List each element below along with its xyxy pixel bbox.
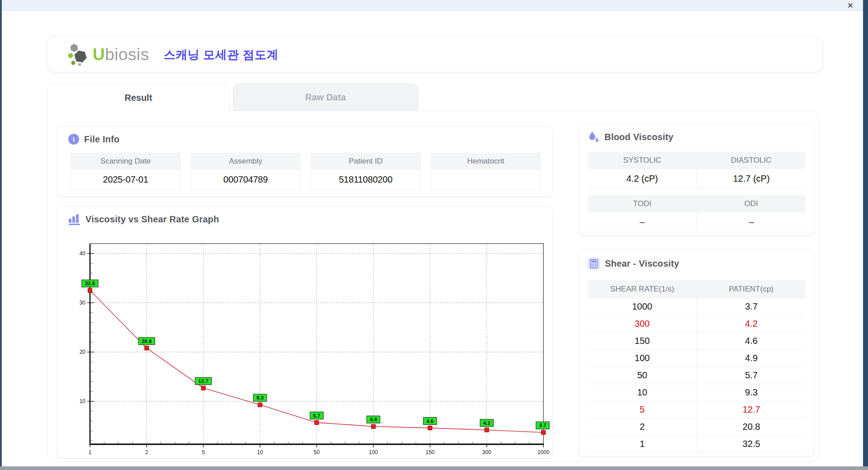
file-info-field: Hematocrit — [431, 153, 541, 190]
table-row: 1004.9 — [588, 350, 806, 367]
bv-label: DIASTOLIC — [697, 152, 806, 169]
field-label: Hematocrit — [431, 153, 541, 170]
app-header: Ubiosis 스캐닝 모세관 점도계 — [47, 36, 823, 72]
shear-rate-cell: 1000 — [588, 298, 697, 315]
bv-label: SYSTOLIC — [588, 152, 697, 169]
bv-value-row: 4.2 (cP)12.7 (cP) — [588, 169, 806, 189]
window-right-edge — [863, 0, 868, 470]
bv-value: 4.2 (cP) — [588, 169, 697, 188]
shear-rate-cell: 1 — [588, 436, 697, 452]
field-value — [431, 170, 541, 190]
patient-cell: 4.2 — [697, 315, 806, 332]
svg-text:12.7: 12.7 — [198, 378, 208, 384]
svg-text:10: 10 — [257, 449, 263, 456]
info-icon: i — [68, 134, 79, 145]
svg-text:1000: 1000 — [538, 449, 550, 456]
patient-cell: 4.6 — [697, 333, 806, 349]
tab-result-label: Result — [124, 93, 152, 103]
shear-viscosity-header: Shear - Viscosity — [588, 258, 679, 270]
table-row: 512.7 — [588, 401, 806, 418]
table-row: 220.8 — [588, 418, 806, 436]
viscosity-graph-card: Viscosity vs Shear Rate Graph 1020304012… — [57, 206, 553, 458]
water-drops-icon — [588, 131, 599, 143]
shear-rate-cell: 100 — [588, 350, 697, 367]
field-label: Assembly — [191, 153, 301, 170]
shear-rate-cell: 5 — [588, 401, 697, 418]
file-info-card: i File Info Scanning Date2025-07-01Assem… — [57, 126, 553, 197]
blood-viscosity-header: Blood Viscosity — [588, 131, 674, 143]
svg-text:300: 300 — [482, 449, 491, 456]
blood-viscosity-table: SYSTOLICDIASTOLIC4.2 (cP)12.7 (cP)TODIOD… — [588, 152, 806, 232]
svg-text:100: 100 — [369, 449, 378, 456]
svg-text:5: 5 — [202, 449, 205, 456]
graph-title: Viscosity vs Shear Rate Graph — [85, 214, 219, 225]
window-titlebar: ✕ — [0, 0, 868, 11]
page-title: 스캐닝 모세관 점도계 — [164, 37, 278, 73]
svg-text:150: 150 — [425, 449, 434, 456]
patient-cell: 20.8 — [697, 418, 806, 435]
brand-wordmark: Ubiosis — [93, 45, 149, 64]
shear-rate-cell: 150 — [588, 333, 697, 349]
patient-cell: 32.5 — [697, 436, 806, 452]
file-info-header: i File Info — [68, 134, 119, 145]
shear-rate-column-header: SHEAR RATE(1/s) — [588, 280, 697, 298]
svg-text:10: 10 — [80, 398, 86, 404]
shear-rate-cell: 10 — [588, 384, 697, 401]
shear-viscosity-card: Shear - Viscosity SHEAR RATE(1/s) PATIEN… — [578, 249, 814, 457]
svg-text:3.7: 3.7 — [539, 423, 546, 428]
close-icon[interactable]: ✕ — [847, 1, 854, 10]
svg-text:4.6: 4.6 — [426, 418, 434, 424]
bv-value: 12.7 (cP) — [697, 169, 806, 188]
spacer — [588, 189, 806, 195]
bv-label: TODI — [588, 195, 697, 212]
shear-rate-cell: 2 — [588, 418, 697, 435]
bv-header-row: TODIODI — [588, 195, 806, 212]
shear-viscosity-title: Shear - Viscosity — [605, 258, 679, 269]
svg-text:9.3: 9.3 — [256, 395, 264, 400]
bar-chart-icon — [68, 214, 80, 225]
table-row: 3004.2 — [588, 315, 806, 333]
svg-text:4.9: 4.9 — [370, 417, 377, 422]
field-value: 2025-07-01 — [71, 170, 181, 190]
brand-u: U — [93, 45, 105, 64]
svg-text:50: 50 — [314, 449, 320, 456]
hexagon-logo-icon — [67, 42, 90, 67]
calculator-icon — [588, 258, 600, 270]
blood-viscosity-title: Blood Viscosity — [604, 132, 674, 142]
bv-value: – — [588, 212, 697, 232]
file-info-field: Scanning Date2025-07-01 — [71, 153, 181, 190]
table-row: 132.5 — [588, 436, 806, 453]
field-value: 000704789 — [191, 170, 301, 190]
file-info-field: Assembly000704789 — [191, 153, 301, 190]
brand-rest: biosis — [105, 45, 149, 64]
blood-viscosity-card: Blood Viscosity SYSTOLICDIASTOLIC4.2 (cP… — [578, 123, 814, 235]
bv-label: ODI — [697, 195, 806, 212]
field-value: 51811080200 — [311, 170, 421, 190]
patient-cell: 12.7 — [697, 401, 806, 418]
table-row: 1504.6 — [588, 333, 806, 350]
graph-header: Viscosity vs Shear Rate Graph — [68, 214, 219, 225]
window-left-edge — [0, 0, 2, 470]
tab-raw-data-label: Raw Data — [305, 92, 346, 103]
table-row: 10003.7 — [588, 298, 806, 315]
file-info-title: File Info — [84, 134, 119, 145]
patient-cell: 3.7 — [697, 298, 806, 315]
tab-result[interactable]: Result — [47, 83, 230, 112]
bv-value-row: –– — [588, 212, 806, 232]
svg-text:40: 40 — [80, 250, 86, 257]
svg-text:20: 20 — [80, 349, 86, 355]
viscosity-shear-chart: 102030401251050100150300100032.520.812.7… — [71, 236, 550, 458]
patient-column-header: PATIENT(cp) — [697, 280, 806, 298]
field-label: Patient ID — [311, 153, 421, 170]
shear-rate-cell: 50 — [588, 367, 697, 384]
svg-text:5.7: 5.7 — [313, 413, 321, 418]
shear-table-header-row: SHEAR RATE(1/s) PATIENT(cp) — [588, 280, 806, 298]
bv-value: – — [697, 212, 806, 232]
tab-raw-data[interactable]: Raw Data — [233, 83, 418, 112]
svg-text:4.2: 4.2 — [483, 420, 491, 426]
horizontal-scrollbar[interactable] — [0, 466, 868, 470]
result-panel: i File Info Scanning Date2025-07-01Assem… — [47, 111, 819, 462]
svg-text:30: 30 — [80, 300, 86, 306]
patient-cell: 9.3 — [697, 384, 806, 401]
patient-cell: 4.9 — [697, 350, 806, 367]
